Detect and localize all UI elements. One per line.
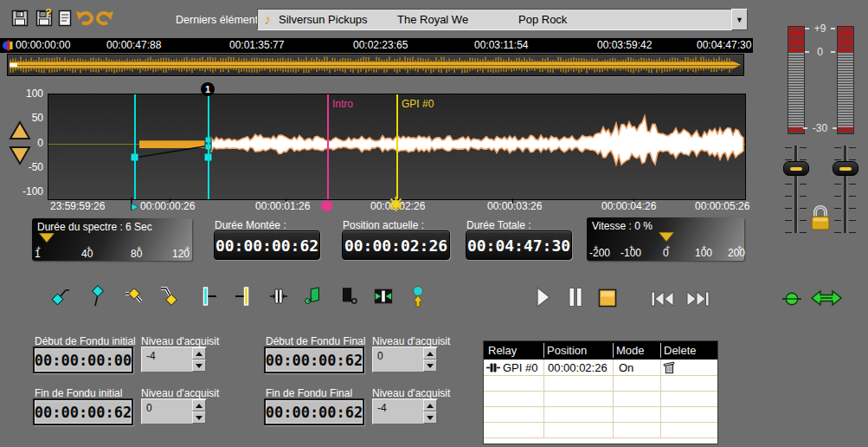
scale-down-button[interactable] xyxy=(9,145,31,165)
spectrum-duration-panel: Durée du spectre : 6 Sec + + + + 1 40 80… xyxy=(32,218,192,261)
spin-down-icon xyxy=(196,416,203,420)
cue-flag-marker[interactable] xyxy=(129,198,139,212)
intro-mark-tool[interactable] xyxy=(198,287,217,306)
meter-dash xyxy=(831,51,835,53)
gpi-marker-line[interactable] xyxy=(396,94,398,199)
gain-slider-track-left xyxy=(794,146,797,233)
pause-button[interactable] xyxy=(566,288,585,307)
new-document-button[interactable] xyxy=(55,9,74,28)
spin-up-button[interactable] xyxy=(192,347,206,360)
zoom-vertical-button[interactable] xyxy=(782,289,801,308)
intro-mark-icon xyxy=(198,285,217,308)
fade-time-field[interactable]: 00:00:00:00 xyxy=(33,347,133,373)
cell-divider xyxy=(613,406,614,422)
cue-start-line[interactable] xyxy=(134,94,136,199)
meter-dash xyxy=(803,127,807,129)
spin-down-button[interactable] xyxy=(423,411,437,424)
scale-up-button[interactable] xyxy=(9,120,31,141)
y-axis-label: -100 xyxy=(19,185,43,198)
zoom-horizontal-button[interactable] xyxy=(811,288,842,308)
spin-up-button[interactable] xyxy=(192,399,206,411)
level-spinner[interactable]: 0 xyxy=(141,398,207,424)
waveform-editor[interactable]: Intro GPI #0 xyxy=(48,94,746,200)
outro-mark-tool[interactable] xyxy=(235,287,254,306)
redo-button[interactable] xyxy=(95,9,114,28)
triangle-down-icon xyxy=(9,145,31,165)
audio-editor-window: ? Derniers éléments : ♪ Silversun Pickup… xyxy=(0,0,868,447)
start-point-tool[interactable] xyxy=(304,287,323,306)
fade-time-field[interactable]: 00:00:00:62 xyxy=(33,398,133,425)
spin-up-icon xyxy=(196,352,203,356)
meter-dash xyxy=(831,28,835,29)
lock-sliders-button[interactable] xyxy=(810,204,831,232)
recent-items-dropdown[interactable]: ♪ Silversun Pickups The Royal We Pop Roc… xyxy=(257,9,733,30)
undo-button[interactable] xyxy=(75,9,94,28)
overview-waveform[interactable] xyxy=(7,54,744,76)
skip-start-button[interactable] xyxy=(651,289,675,308)
meter-scale-top: +9 xyxy=(805,23,835,35)
top-ruler-tick: 00:00:47:88 xyxy=(106,39,161,51)
fade-out-end-tool[interactable] xyxy=(159,287,178,306)
end-point-tool[interactable] xyxy=(338,287,357,306)
crossfade-tool[interactable] xyxy=(269,287,288,306)
spectrum-scale-value: 120 xyxy=(172,248,190,260)
skip-end-button[interactable] xyxy=(685,289,710,308)
current-position-label: Position actuelle : xyxy=(343,219,424,231)
start-point-icon xyxy=(304,285,323,308)
cue-1-line[interactable] xyxy=(208,94,209,199)
gpi-marker-tool[interactable] xyxy=(408,287,428,306)
dropdown-arrow-button[interactable]: ▼ xyxy=(731,9,748,30)
delete-trash-icon[interactable] xyxy=(663,360,676,374)
fade-in-start-icon xyxy=(51,285,70,308)
save-button[interactable] xyxy=(10,9,29,28)
fade-in-start-tool[interactable] xyxy=(51,287,70,306)
fade-time-field[interactable]: 00:00:00:62 xyxy=(264,347,364,373)
spin-up-button[interactable] xyxy=(423,399,437,411)
spin-down-button[interactable] xyxy=(192,411,206,424)
cell-divider xyxy=(613,375,614,391)
skip-end-icon xyxy=(685,290,710,308)
cell-divider xyxy=(660,422,661,437)
level-value: -4 xyxy=(146,350,156,362)
relay-mode[interactable]: On xyxy=(619,361,633,374)
level-field-label: Niveau d'acquisit xyxy=(372,335,450,347)
fade-field-label: Fin de Fondu Final xyxy=(266,387,352,399)
spin-up-button[interactable] xyxy=(423,347,437,360)
level-field-label: Niveau d'acquisit xyxy=(372,387,450,399)
stop-button[interactable] xyxy=(598,288,617,308)
fade-out-end-icon xyxy=(159,285,178,308)
level-field-label: Niveau d'acquisit xyxy=(141,387,219,399)
intro-marker-line[interactable] xyxy=(327,94,329,199)
speed-panel: Vitesse : 0 % + + + + + -200 -100 0 100 … xyxy=(587,217,744,261)
cue-number-badge[interactable]: 1 xyxy=(201,82,215,96)
relay-row-empty xyxy=(484,375,717,392)
gain-slider-handle-right[interactable] xyxy=(833,161,858,176)
level-spinner[interactable]: 0 xyxy=(372,347,438,372)
relay-row[interactable]: GPI #0 00:00:02:26 On xyxy=(484,360,717,376)
level-spinner[interactable]: -4 xyxy=(141,347,207,372)
fade-field-label: Début de Fondu initial xyxy=(35,335,136,347)
fade-in-end-tool[interactable] xyxy=(88,287,107,306)
spectrum-slider-pointer[interactable] xyxy=(39,233,55,243)
level-field-label: Niveau d'acquisit xyxy=(141,335,219,347)
cell-divider xyxy=(543,406,544,422)
spin-down-button[interactable] xyxy=(192,360,206,372)
gain-slider-handle-left[interactable] xyxy=(783,161,809,176)
speed-slider-pointer[interactable] xyxy=(659,232,674,243)
intro-ruler-dot[interactable] xyxy=(321,200,332,211)
save-as-button[interactable]: ? xyxy=(35,9,54,28)
editor-ruler-tick: 00:00:03:26 xyxy=(487,200,542,212)
spin-up-icon xyxy=(427,352,434,356)
fade-out-start-tool[interactable] xyxy=(125,287,144,306)
spin-down-button[interactable] xyxy=(423,360,437,372)
fade-time-field[interactable]: 00:00:00:62 xyxy=(264,398,364,425)
cell-divider xyxy=(660,375,661,391)
spin-down-icon xyxy=(427,364,434,368)
meter-label: -30 xyxy=(813,122,827,134)
center-view-tool[interactable] xyxy=(374,287,393,306)
play-button[interactable] xyxy=(534,288,553,307)
level-spinner[interactable]: -4 xyxy=(372,398,438,424)
gpi-ruler-star[interactable] xyxy=(389,197,403,211)
editor-ruler-tick: 23:59:59:26 xyxy=(50,200,105,212)
meter-scale-zero: 0 xyxy=(805,46,835,58)
